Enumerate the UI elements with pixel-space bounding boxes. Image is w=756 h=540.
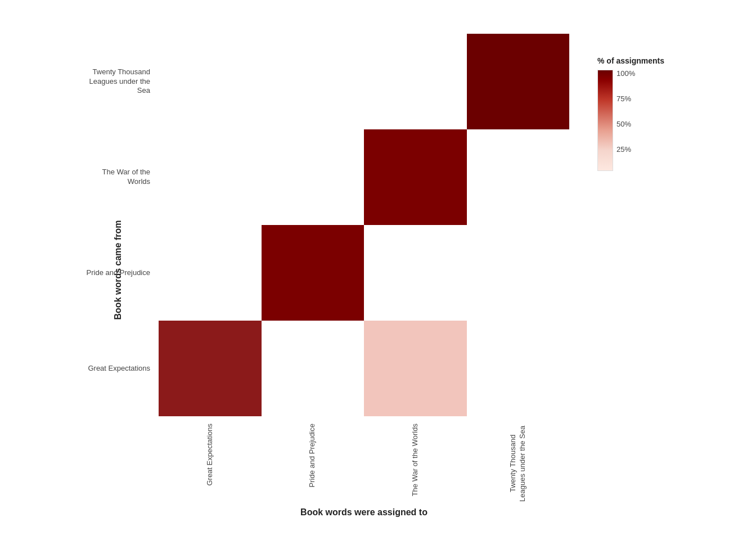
legend-gradient	[597, 70, 613, 171]
x-tick-1: Pride and Prejudice	[262, 419, 364, 503]
cell-r2-c3	[467, 225, 570, 321]
cell-r2-c0	[159, 225, 262, 321]
y-tick-0: Twenty ThousandLeagues under theSea	[69, 34, 156, 129]
cell-r0-c1	[262, 34, 364, 129]
legend-tick-75: 75%	[616, 95, 635, 102]
cell-r0-c3	[467, 34, 570, 129]
y-tick-labels: Twenty ThousandLeagues under theSea The …	[69, 34, 156, 416]
x-axis-label: Book words were assigned to	[300, 507, 428, 518]
cell-r3-c2	[364, 321, 467, 416]
legend-tick-100: 100%	[616, 70, 635, 77]
y-tick-2: Pride and Prejudice	[69, 225, 156, 321]
cell-r0-c2	[364, 34, 467, 129]
x-tick-labels: Great Expectations Pride and Prejudice T…	[159, 419, 569, 503]
plot-area	[159, 34, 569, 416]
y-tick-1: The War of theWorlds	[69, 129, 156, 225]
cell-r0-c0	[159, 34, 262, 129]
legend-ticks: 100% 75% 50% 25%	[616, 70, 635, 171]
chart-container: Book words came from Twenty ThousandLeag…	[69, 22, 687, 518]
cell-r1-c0	[159, 129, 262, 225]
cell-r3-c3	[467, 321, 570, 416]
cell-r2-c2	[364, 225, 467, 321]
legend-tick-50: 50%	[616, 120, 635, 128]
legend-tick-25: 25%	[616, 146, 635, 153]
cell-r2-c1	[262, 225, 364, 321]
legend: % of assignments 100% 75% 50% 25%	[597, 56, 687, 171]
cell-r3-c0	[159, 321, 262, 416]
cell-r3-c1	[262, 321, 364, 416]
x-tick-3: Twenty Thousand Leagues under the Sea	[467, 419, 570, 503]
heatmap-grid	[159, 34, 569, 416]
legend-body: 100% 75% 50% 25%	[597, 70, 687, 171]
y-tick-3: Great Expectations	[69, 321, 156, 416]
cell-r1-c2	[364, 129, 467, 225]
cell-r1-c3	[467, 129, 570, 225]
x-tick-0: Great Expectations	[159, 419, 262, 503]
x-tick-2: The War of the Worlds	[364, 419, 467, 503]
legend-title: % of assignments	[597, 56, 687, 65]
cell-r1-c1	[262, 129, 364, 225]
